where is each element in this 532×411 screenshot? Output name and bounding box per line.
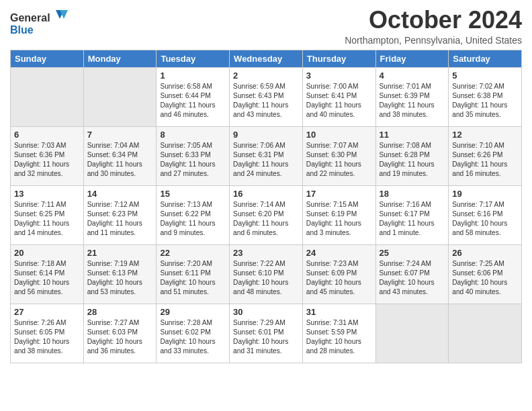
day-info: Sunrise: 6:59 AM Sunset: 6:43 PM Dayligh… — [233, 82, 299, 120]
day-number: 8 — [160, 130, 226, 140]
day-number: 31 — [306, 307, 372, 317]
title-area: October 2024 Northampton, Pennsylvania, … — [345, 7, 522, 46]
day-number: 25 — [380, 248, 445, 258]
day-info: Sunrise: 7:23 AM Sunset: 6:09 PM Dayligh… — [306, 259, 372, 298]
day-number: 5 — [452, 71, 518, 81]
day-number: 3 — [306, 71, 372, 81]
table-cell: 26Sunrise: 7:25 AM Sunset: 6:06 PM Dayli… — [449, 244, 522, 304]
table-cell: 21Sunrise: 7:19 AM Sunset: 6:13 PM Dayli… — [83, 244, 157, 304]
table-cell: 4Sunrise: 7:01 AM Sunset: 6:39 PM Daylig… — [375, 67, 449, 126]
day-info: Sunrise: 7:12 AM Sunset: 6:23 PM Dayligh… — [87, 200, 153, 238]
day-info: Sunrise: 7:00 AM Sunset: 6:41 PM Dayligh… — [306, 82, 372, 120]
day-number: 12 — [452, 130, 518, 140]
day-number: 20 — [14, 248, 80, 258]
day-info: Sunrise: 7:02 AM Sunset: 6:38 PM Dayligh… — [452, 82, 518, 120]
day-info: Sunrise: 7:20 AM Sunset: 6:11 PM Dayligh… — [160, 259, 226, 298]
day-info: Sunrise: 7:25 AM Sunset: 6:06 PM Dayligh… — [452, 259, 518, 298]
table-cell: 5Sunrise: 7:02 AM Sunset: 6:38 PM Daylig… — [449, 67, 522, 126]
day-number: 4 — [380, 71, 445, 81]
day-number: 11 — [380, 130, 445, 140]
table-cell: 11Sunrise: 7:08 AM Sunset: 6:28 PM Dayli… — [375, 126, 449, 185]
day-info: Sunrise: 7:11 AM Sunset: 6:25 PM Dayligh… — [14, 200, 80, 238]
day-info: Sunrise: 7:01 AM Sunset: 6:39 PM Dayligh… — [380, 82, 445, 120]
calendar-week-row: 27Sunrise: 7:26 AM Sunset: 6:05 PM Dayli… — [11, 304, 522, 363]
header: General Blue October 2024 Northampton, P… — [10, 7, 522, 46]
day-number: 17 — [306, 189, 372, 199]
day-number: 10 — [306, 130, 372, 140]
svg-text:General: General — [10, 12, 50, 24]
day-number: 28 — [87, 307, 153, 317]
col-tuesday: Tuesday — [157, 50, 230, 67]
day-info: Sunrise: 7:19 AM Sunset: 6:13 PM Dayligh… — [87, 259, 153, 298]
day-info: Sunrise: 7:08 AM Sunset: 6:28 PM Dayligh… — [380, 141, 445, 179]
page: General Blue October 2024 Northampton, P… — [0, 0, 532, 373]
day-number: 14 — [87, 189, 153, 199]
col-saturday: Saturday — [449, 50, 522, 67]
table-cell: 29Sunrise: 7:28 AM Sunset: 6:02 PM Dayli… — [157, 304, 230, 363]
table-cell: 6Sunrise: 7:03 AM Sunset: 6:36 PM Daylig… — [11, 126, 84, 185]
col-thursday: Thursday — [302, 50, 375, 67]
day-number: 13 — [14, 189, 80, 199]
table-cell: 2Sunrise: 6:59 AM Sunset: 6:43 PM Daylig… — [230, 67, 303, 126]
day-number: 22 — [160, 248, 226, 258]
day-info: Sunrise: 7:28 AM Sunset: 6:02 PM Dayligh… — [160, 318, 226, 357]
day-number: 6 — [14, 130, 80, 140]
day-info: Sunrise: 7:22 AM Sunset: 6:10 PM Dayligh… — [233, 259, 299, 298]
table-cell: 13Sunrise: 7:11 AM Sunset: 6:25 PM Dayli… — [11, 185, 84, 244]
table-cell: 3Sunrise: 7:00 AM Sunset: 6:41 PM Daylig… — [302, 67, 375, 126]
table-cell: 28Sunrise: 7:27 AM Sunset: 6:03 PM Dayli… — [83, 304, 157, 363]
table-cell: 16Sunrise: 7:14 AM Sunset: 6:20 PM Dayli… — [230, 185, 303, 244]
day-number: 24 — [306, 248, 372, 258]
table-cell: 25Sunrise: 7:24 AM Sunset: 6:07 PM Dayli… — [375, 244, 449, 304]
day-info: Sunrise: 7:27 AM Sunset: 6:03 PM Dayligh… — [87, 318, 153, 357]
calendar-header-row: Sunday Monday Tuesday Wednesday Thursday… — [11, 50, 522, 67]
day-number: 9 — [233, 130, 299, 140]
table-cell: 22Sunrise: 7:20 AM Sunset: 6:11 PM Dayli… — [157, 244, 230, 304]
day-number: 7 — [87, 130, 153, 140]
day-number: 18 — [380, 189, 445, 199]
day-number: 30 — [233, 307, 299, 317]
day-number: 23 — [233, 248, 299, 258]
day-number: 29 — [160, 307, 226, 317]
logo-svg: General Blue — [10, 7, 71, 37]
day-info: Sunrise: 7:29 AM Sunset: 6:01 PM Dayligh… — [233, 318, 299, 357]
day-info: Sunrise: 7:16 AM Sunset: 6:17 PM Dayligh… — [380, 200, 445, 238]
table-cell: 30Sunrise: 7:29 AM Sunset: 6:01 PM Dayli… — [230, 304, 303, 363]
day-number: 19 — [452, 189, 518, 199]
day-info: Sunrise: 6:58 AM Sunset: 6:44 PM Dayligh… — [160, 82, 226, 120]
table-cell: 15Sunrise: 7:13 AM Sunset: 6:22 PM Dayli… — [157, 185, 230, 244]
table-cell — [375, 304, 449, 363]
table-cell: 19Sunrise: 7:17 AM Sunset: 6:16 PM Dayli… — [449, 185, 522, 244]
table-cell: 24Sunrise: 7:23 AM Sunset: 6:09 PM Dayli… — [302, 244, 375, 304]
day-info: Sunrise: 7:14 AM Sunset: 6:20 PM Dayligh… — [233, 200, 299, 238]
day-number: 21 — [87, 248, 153, 258]
day-number: 27 — [14, 307, 80, 317]
col-wednesday: Wednesday — [230, 50, 303, 67]
day-info: Sunrise: 7:10 AM Sunset: 6:26 PM Dayligh… — [452, 141, 518, 179]
day-number: 15 — [160, 189, 226, 199]
calendar-week-row: 13Sunrise: 7:11 AM Sunset: 6:25 PM Dayli… — [11, 185, 522, 244]
day-number: 16 — [233, 189, 299, 199]
day-info: Sunrise: 7:13 AM Sunset: 6:22 PM Dayligh… — [160, 200, 226, 238]
day-number: 2 — [233, 71, 299, 81]
svg-text:Blue: Blue — [10, 24, 34, 36]
location-subtitle: Northampton, Pennsylvania, United States — [345, 35, 522, 46]
day-number: 1 — [160, 71, 226, 81]
day-info: Sunrise: 7:15 AM Sunset: 6:19 PM Dayligh… — [306, 200, 372, 238]
table-cell: 10Sunrise: 7:07 AM Sunset: 6:30 PM Dayli… — [302, 126, 375, 185]
table-cell — [83, 67, 157, 126]
table-cell: 17Sunrise: 7:15 AM Sunset: 6:19 PM Dayli… — [302, 185, 375, 244]
table-cell: 9Sunrise: 7:06 AM Sunset: 6:31 PM Daylig… — [230, 126, 303, 185]
table-cell: 20Sunrise: 7:18 AM Sunset: 6:14 PM Dayli… — [11, 244, 84, 304]
table-cell: 31Sunrise: 7:31 AM Sunset: 5:59 PM Dayli… — [302, 304, 375, 363]
table-cell — [449, 304, 522, 363]
day-info: Sunrise: 7:04 AM Sunset: 6:34 PM Dayligh… — [87, 141, 153, 179]
day-info: Sunrise: 7:05 AM Sunset: 6:33 PM Dayligh… — [160, 141, 226, 179]
table-cell: 27Sunrise: 7:26 AM Sunset: 6:05 PM Dayli… — [11, 304, 84, 363]
table-cell: 23Sunrise: 7:22 AM Sunset: 6:10 PM Dayli… — [230, 244, 303, 304]
calendar-week-row: 20Sunrise: 7:18 AM Sunset: 6:14 PM Dayli… — [11, 244, 522, 304]
logo: General Blue — [10, 7, 71, 37]
month-title: October 2024 — [345, 7, 522, 34]
day-info: Sunrise: 7:26 AM Sunset: 6:05 PM Dayligh… — [14, 318, 80, 357]
table-cell: 7Sunrise: 7:04 AM Sunset: 6:34 PM Daylig… — [83, 126, 157, 185]
